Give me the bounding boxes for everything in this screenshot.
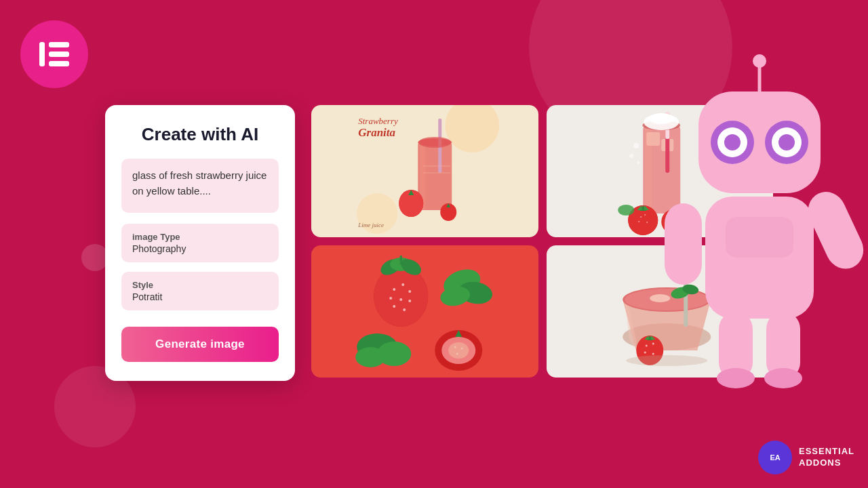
elementor-icon-svg bbox=[34, 34, 75, 75]
prompt-box[interactable]: glass of fresh strawberry juice on yello… bbox=[121, 159, 279, 213]
svg-point-13 bbox=[418, 137, 451, 148]
left-panel: Create with AI glass of fresh strawberry… bbox=[105, 105, 295, 381]
svg-rect-2 bbox=[49, 52, 69, 57]
svg-point-34 bbox=[629, 154, 633, 158]
svg-rect-1 bbox=[49, 42, 69, 47]
svg-point-41 bbox=[646, 222, 648, 223]
robot-illustration bbox=[651, 54, 868, 447]
svg-point-86 bbox=[644, 352, 646, 354]
svg-point-39 bbox=[644, 214, 646, 216]
svg-point-70 bbox=[454, 346, 456, 348]
granita-image: Strawberry Granita bbox=[311, 105, 538, 237]
svg-point-71 bbox=[461, 348, 463, 350]
svg-point-53 bbox=[401, 283, 404, 286]
svg-point-102 bbox=[724, 134, 741, 150]
svg-point-51 bbox=[374, 266, 428, 327]
svg-point-40 bbox=[638, 221, 639, 222]
strawberries-image bbox=[311, 245, 538, 378]
svg-text:Granita: Granita bbox=[358, 126, 395, 139]
svg-point-72 bbox=[456, 353, 458, 355]
svg-point-47 bbox=[618, 205, 634, 216]
svg-point-96 bbox=[753, 54, 766, 68]
ea-brand-name: ESSENTIALADDONS bbox=[799, 446, 854, 469]
svg-point-84 bbox=[645, 345, 647, 347]
style-label: Style bbox=[132, 280, 268, 290]
style-field[interactable]: Style Potratit bbox=[121, 272, 279, 310]
svg-point-103 bbox=[778, 134, 795, 150]
svg-point-111 bbox=[764, 368, 802, 388]
robot-svg bbox=[651, 54, 868, 447]
ea-logo: EA bbox=[758, 441, 792, 474]
svg-rect-106 bbox=[665, 203, 702, 285]
svg-point-33 bbox=[633, 143, 639, 148]
ea-badge: EA ESSENTIALADDONS bbox=[758, 441, 854, 474]
svg-rect-0 bbox=[39, 42, 45, 66]
image-type-field[interactable]: image Type Photography bbox=[121, 224, 279, 262]
svg-point-56 bbox=[399, 298, 402, 301]
svg-point-58 bbox=[393, 305, 395, 308]
svg-text:Lime juice: Lime juice bbox=[357, 222, 384, 228]
svg-point-38 bbox=[640, 216, 642, 218]
ea-logo-text: EA bbox=[770, 453, 780, 462]
svg-point-66 bbox=[355, 347, 385, 367]
svg-rect-3 bbox=[49, 61, 69, 66]
style-value: Potratit bbox=[132, 291, 268, 302]
elementor-logo-inner bbox=[20, 20, 88, 88]
svg-point-110 bbox=[717, 368, 755, 388]
elementor-logo bbox=[7, 7, 102, 102]
image-type-label: image Type bbox=[132, 232, 268, 242]
image-type-value: Photography bbox=[132, 243, 268, 254]
svg-point-59 bbox=[403, 308, 406, 311]
image-card-3[interactable] bbox=[311, 245, 538, 378]
panel-title: Create with AI bbox=[121, 124, 279, 145]
svg-rect-105 bbox=[726, 217, 793, 258]
svg-point-57 bbox=[408, 300, 411, 302]
bg-decoration-3 bbox=[81, 244, 108, 271]
image-card-1[interactable]: Strawberry Granita bbox=[311, 105, 538, 237]
svg-text:Strawberry: Strawberry bbox=[358, 116, 398, 126]
svg-point-35 bbox=[637, 161, 639, 164]
prompt-text: glass of fresh strawberry juice on yello… bbox=[132, 169, 267, 197]
svg-point-55 bbox=[389, 297, 392, 300]
svg-point-69 bbox=[448, 342, 469, 359]
svg-point-52 bbox=[393, 288, 395, 291]
generate-button[interactable]: Generate image bbox=[121, 327, 279, 362]
svg-point-54 bbox=[408, 290, 411, 293]
